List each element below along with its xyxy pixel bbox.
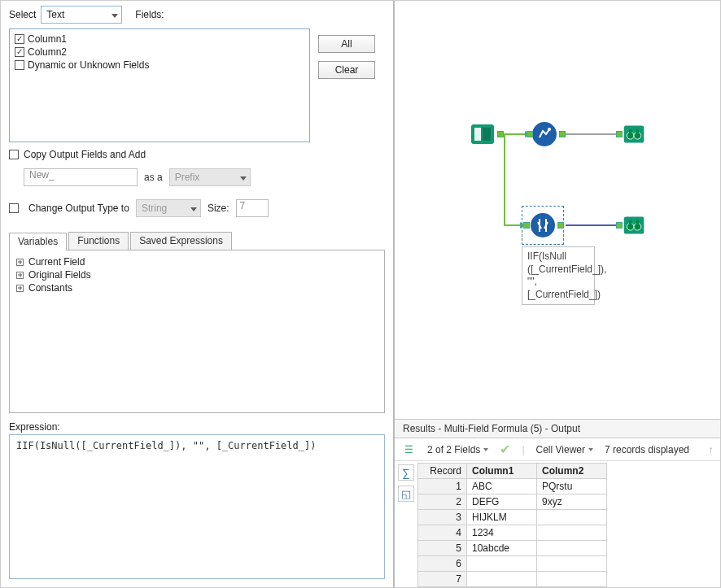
arrow-up-icon[interactable]: ↑ — [708, 443, 714, 456]
connector-in[interactable] — [523, 222, 530, 229]
chevron-down-icon — [588, 448, 593, 451]
chevron-down-icon — [483, 448, 488, 451]
checkbox-icon[interactable] — [15, 47, 24, 57]
type-select[interactable]: Text — [41, 6, 122, 24]
clear-button[interactable]: Clear — [318, 61, 375, 79]
select-label: Select — [9, 9, 36, 20]
workflow-canvas[interactable]: IIF(IsNull ([_CurrentField_]), "", [_Cur… — [395, 1, 720, 419]
config-panel: Select Text Fields: Column1 Column2 D — [1, 1, 395, 587]
svg-point-3 — [532, 122, 557, 146]
list-icon[interactable]: ☰ — [401, 442, 416, 457]
cell-viewer-menu[interactable]: Cell Viewer — [536, 444, 593, 455]
svg-point-10 — [531, 213, 555, 237]
connector-out[interactable] — [557, 222, 564, 229]
output-type-value: String — [142, 203, 167, 214]
size-input[interactable]: 7 — [236, 199, 269, 217]
col-column2[interactable]: Column2 — [537, 464, 607, 479]
connection-line — [504, 133, 527, 135]
table-row: 2DEFG9xyz — [418, 494, 607, 510]
field-item[interactable]: Dynamic or Unknown Fields — [15, 59, 304, 72]
node-annotation: IIF(IsNull ([_CurrentField_]), "", [_Cur… — [522, 246, 595, 305]
plus-icon[interactable] — [16, 285, 24, 292]
annot-line: IIF(IsNull — [527, 250, 589, 264]
connector-in[interactable] — [527, 131, 533, 137]
connection-line — [504, 133, 505, 224]
expression-editor[interactable]: IIF(IsNull([_CurrentField_]), "", [_Curr… — [9, 434, 385, 579]
browse-tool-icon[interactable] — [621, 121, 647, 147]
svg-point-13 — [634, 223, 641, 230]
copy-label: Copy Output Fields and Add — [24, 149, 146, 160]
cleanse-tool-icon[interactable] — [531, 121, 557, 147]
prefix-text-input[interactable]: New_ — [24, 168, 138, 186]
col-record[interactable]: Record — [418, 464, 467, 479]
results-title: Results - Multi-Field Formula (5) - Outp… — [395, 419, 720, 438]
prefix-mode-value: Prefix — [175, 172, 200, 183]
connection-line — [566, 224, 618, 226]
connector-in[interactable] — [616, 131, 623, 137]
table-row: 1ABCPQrstu — [418, 479, 607, 494]
plus-icon[interactable] — [16, 272, 24, 279]
field-label: Column1 — [28, 33, 67, 45]
all-button[interactable]: All — [318, 35, 375, 53]
copy-checkbox[interactable] — [9, 150, 19, 159]
check-icon[interactable]: ✔ — [500, 442, 510, 457]
change-type-label: Change Output Type to — [28, 203, 129, 214]
field-item[interactable]: Column1 — [15, 33, 304, 46]
chevron-down-icon — [111, 9, 118, 20]
connector-in[interactable] — [616, 222, 623, 229]
tab-functions[interactable]: Functions — [68, 232, 129, 250]
tree-node[interactable]: Original Fields — [16, 268, 378, 281]
fields-list[interactable]: Column1 Column2 Dynamic or Unknown Field… — [9, 28, 310, 142]
expression-tabs: Variables Functions Saved Expressions — [9, 232, 385, 250]
svg-point-7 — [634, 132, 641, 139]
as-a-label: as a — [144, 172, 163, 183]
table-row: 6 — [418, 556, 607, 572]
browse-tool-icon[interactable] — [621, 212, 647, 238]
checkbox-icon[interactable] — [15, 34, 24, 44]
input-tool-icon[interactable] — [470, 121, 496, 147]
table-row: 7 — [418, 572, 607, 587]
field-label: Dynamic or Unknown Fields — [28, 59, 149, 71]
svg-rect-2 — [483, 128, 491, 141]
svg-rect-1 — [474, 128, 481, 141]
svg-point-6 — [627, 132, 634, 139]
tree-node[interactable]: Constants — [16, 281, 378, 294]
svg-rect-15 — [636, 220, 640, 224]
annot-line: ([_CurrentField_]), — [527, 264, 589, 277]
connector-out[interactable] — [497, 131, 504, 137]
page-icon[interactable]: ◱ — [398, 486, 414, 502]
output-type-select: String — [136, 199, 201, 217]
plus-icon[interactable] — [16, 259, 24, 266]
change-type-checkbox[interactable] — [9, 203, 19, 213]
checkbox-icon[interactable] — [15, 60, 24, 70]
type-select-value: Text — [46, 9, 64, 20]
sigma-icon[interactable]: ∑ — [398, 464, 414, 481]
tree-node[interactable]: Current Field — [16, 255, 378, 268]
variables-tree[interactable]: Current Field Original Fields Constants — [9, 250, 385, 413]
tab-saved[interactable]: Saved Expressions — [130, 232, 232, 250]
svg-rect-8 — [629, 129, 632, 133]
svg-point-12 — [627, 223, 634, 230]
tab-variables[interactable]: Variables — [9, 233, 67, 250]
chevron-down-icon — [190, 203, 197, 214]
size-label: Size: — [208, 203, 229, 214]
connector-out[interactable] — [559, 131, 566, 137]
divider: | — [522, 444, 524, 455]
app-window: Select Text Fields: Column1 Column2 D — [0, 0, 721, 588]
grid-sidebar: ∑ ◱ — [395, 461, 417, 587]
records-summary: 7 records displayed — [605, 444, 689, 455]
fields-label: Fields: — [135, 9, 164, 20]
connection-line — [504, 224, 522, 226]
table-row: 3HIJKLM — [418, 510, 607, 525]
formula-tool-icon[interactable] — [530, 212, 556, 238]
expression-label: Expression: — [9, 421, 385, 433]
results-grid[interactable]: Record Column1 Column2 1ABCPQrstu 2DEFG9… — [417, 463, 607, 587]
col-column1[interactable]: Column1 — [467, 464, 537, 479]
field-item[interactable]: Column2 — [15, 46, 304, 59]
prefix-mode-select: Prefix — [169, 168, 251, 186]
svg-rect-9 — [636, 129, 640, 133]
right-panel: IIF(IsNull ([_CurrentField_]), "", [_Cur… — [395, 1, 720, 587]
results-panel: Results - Multi-Field Formula (5) - Outp… — [395, 419, 720, 587]
field-label: Column2 — [28, 46, 67, 58]
fields-summary[interactable]: 2 of 2 Fields — [427, 444, 488, 455]
